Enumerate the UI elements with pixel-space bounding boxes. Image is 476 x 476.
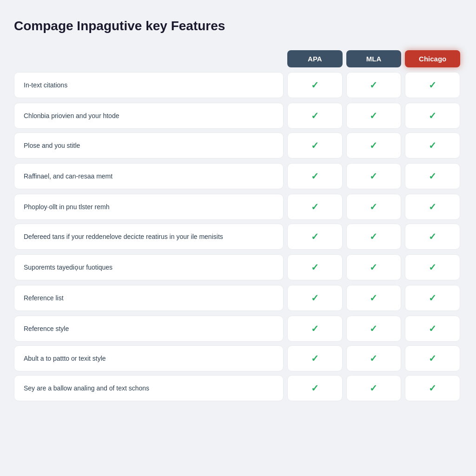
mla-check: ✓ xyxy=(346,375,402,401)
mla-check: ✓ xyxy=(346,285,402,311)
table-header: APA MLA Chicago xyxy=(14,50,460,67)
apa-check: ✓ xyxy=(287,375,343,401)
table-row: Defereed tans if your reddenelove decict… xyxy=(14,224,460,250)
chicago-check: ✓ xyxy=(405,316,460,342)
checkmark-icon: ✓ xyxy=(311,201,319,212)
mla-check: ✓ xyxy=(346,163,402,189)
checkmark-icon: ✓ xyxy=(311,140,319,151)
apa-check: ✓ xyxy=(287,345,343,371)
checkmark-icon: ✓ xyxy=(311,79,319,91)
apa-check: ✓ xyxy=(287,132,343,159)
checkmark-icon: ✓ xyxy=(370,231,377,242)
checkmark-icon: ✓ xyxy=(311,231,319,242)
checkmark-icon: ✓ xyxy=(429,171,436,182)
chicago-check: ✓ xyxy=(405,103,460,129)
table-section: Phoploy·ollt in pnu tlster remh✓✓✓Defere… xyxy=(14,194,460,250)
table-row: Reference style✓✓✓ xyxy=(14,316,460,342)
mla-check: ✓ xyxy=(346,72,402,98)
apa-check: ✓ xyxy=(287,163,343,189)
feature-label: Reference list xyxy=(14,285,284,311)
chicago-check: ✓ xyxy=(405,163,460,189)
table-row: Raffinael, and can-resaa memt✓✓✓ xyxy=(14,163,460,189)
checkmark-icon: ✓ xyxy=(370,171,377,182)
apa-check: ✓ xyxy=(287,72,343,98)
feature-label: Suporemts tayediọur fuotiques xyxy=(14,254,284,280)
checkmark-icon: ✓ xyxy=(429,79,436,91)
feature-label: In-text citations xyxy=(14,72,284,98)
checkmark-icon: ✓ xyxy=(311,323,319,334)
checkmark-icon: ✓ xyxy=(370,140,377,151)
table-section: Raffinael, and can-resaa memt✓✓✓ xyxy=(14,163,460,189)
comparison-table: Compage Inpagutive key Features APA MLA … xyxy=(14,19,460,401)
checkmark-icon: ✓ xyxy=(429,140,436,151)
feature-label: Plose and you stitle xyxy=(14,132,284,159)
chicago-check: ✓ xyxy=(405,194,460,220)
checkmark-icon: ✓ xyxy=(311,383,319,394)
checkmark-icon: ✓ xyxy=(370,292,377,304)
table-section: Reference style✓✓✓Abult a to pattto or t… xyxy=(14,316,460,401)
header-chicago: Chicago xyxy=(405,50,460,67)
table-row: In-text citations✓✓✓ xyxy=(14,72,460,98)
mla-check: ✓ xyxy=(346,194,402,220)
mla-check: ✓ xyxy=(346,316,402,342)
apa-check: ✓ xyxy=(287,224,343,250)
checkmark-icon: ✓ xyxy=(370,323,377,334)
header-empty xyxy=(14,50,284,67)
chicago-check: ✓ xyxy=(405,254,460,280)
checkmark-icon: ✓ xyxy=(429,231,436,242)
checkmark-icon: ✓ xyxy=(370,201,377,212)
apa-check: ✓ xyxy=(287,103,343,129)
checkmark-icon: ✓ xyxy=(311,171,319,182)
apa-check: ✓ xyxy=(287,194,343,220)
chicago-check: ✓ xyxy=(405,285,460,311)
table-section: Chlonbia priovien and your htode✓✓✓Plose… xyxy=(14,103,460,159)
checkmark-icon: ✓ xyxy=(429,323,436,334)
checkmark-icon: ✓ xyxy=(311,292,319,304)
checkmark-icon: ✓ xyxy=(429,110,436,121)
feature-label: Abult a to pattto or texit style xyxy=(14,345,284,371)
mla-check: ✓ xyxy=(346,132,402,159)
mla-check: ✓ xyxy=(346,254,402,280)
checkmark-icon: ✓ xyxy=(429,383,436,394)
chicago-check: ✓ xyxy=(405,345,460,371)
table-body: In-text citations✓✓✓Chlonbia priovien an… xyxy=(14,72,460,401)
apa-check: ✓ xyxy=(287,285,343,311)
apa-check: ✓ xyxy=(287,316,343,342)
checkmark-icon: ✓ xyxy=(370,110,377,121)
table-section: Reference list✓✓✓ xyxy=(14,285,460,311)
checkmark-icon: ✓ xyxy=(370,383,377,394)
checkmark-icon: ✓ xyxy=(311,353,319,364)
table-section: Suporemts tayediọur fuotiques✓✓✓ xyxy=(14,254,460,280)
feature-label: Sey are a ballow analing and of text sch… xyxy=(14,375,284,401)
table-section: In-text citations✓✓✓ xyxy=(14,72,460,98)
table-row: Sey are a ballow analing and of text sch… xyxy=(14,375,460,401)
table-row: Abult a to pattto or texit style✓✓✓ xyxy=(14,345,460,371)
mla-check: ✓ xyxy=(346,345,402,371)
checkmark-icon: ✓ xyxy=(370,353,377,364)
checkmark-icon: ✓ xyxy=(370,262,377,273)
checkmark-icon: ✓ xyxy=(429,262,436,273)
table-row: Reference list✓✓✓ xyxy=(14,285,460,311)
checkmark-icon: ✓ xyxy=(429,292,436,304)
feature-label: Defereed tans if your reddenelove decict… xyxy=(14,224,284,250)
feature-label: Reference style xyxy=(14,316,284,342)
table-row: Phoploy·ollt in pnu tlster remh✓✓✓ xyxy=(14,194,460,220)
feature-label: Raffinael, and can-resaa memt xyxy=(14,163,284,189)
header-mla: MLA xyxy=(346,50,402,67)
checkmark-icon: ✓ xyxy=(311,110,319,121)
header-apa: APA xyxy=(287,50,343,67)
checkmark-icon: ✓ xyxy=(429,201,436,212)
feature-label: Phoploy·ollt in pnu tlster remh xyxy=(14,194,284,220)
checkmark-icon: ✓ xyxy=(370,79,377,91)
page-title: Compage Inpagutive key Features xyxy=(14,19,460,33)
checkmark-icon: ✓ xyxy=(429,353,436,364)
chicago-check: ✓ xyxy=(405,132,460,159)
apa-check: ✓ xyxy=(287,254,343,280)
table-row: Plose and you stitle✓✓✓ xyxy=(14,132,460,159)
chicago-check: ✓ xyxy=(405,72,460,98)
chicago-check: ✓ xyxy=(405,224,460,250)
table-row: Suporemts tayediọur fuotiques✓✓✓ xyxy=(14,254,460,280)
feature-label: Chlonbia priovien and your htode xyxy=(14,103,284,129)
mla-check: ✓ xyxy=(346,103,402,129)
checkmark-icon: ✓ xyxy=(311,262,319,273)
